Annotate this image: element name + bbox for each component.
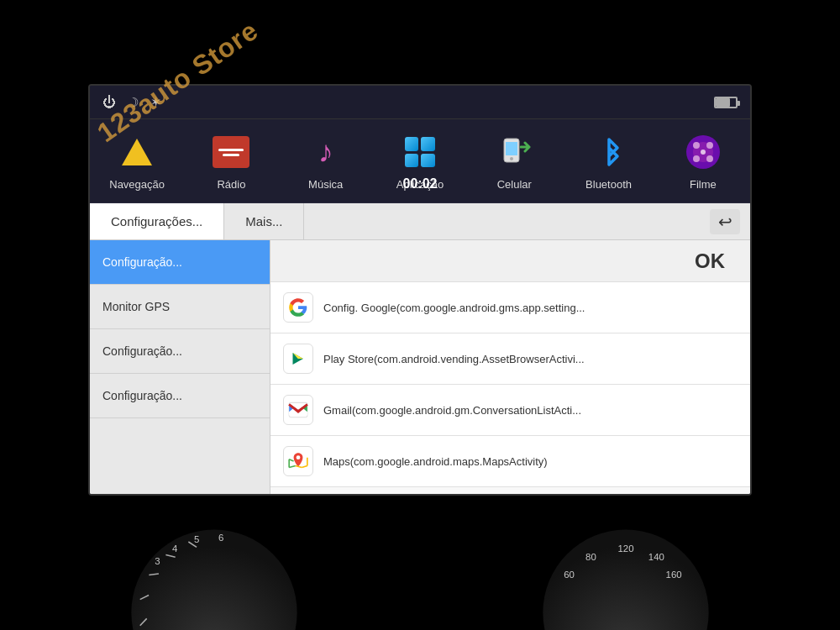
- top-bar: ⏻ ☽ ✶ 00:02: [90, 86, 750, 119]
- maps-icon: [283, 446, 313, 476]
- app-list: Config. Google(com.google.android.gms.ap…: [270, 282, 750, 494]
- app-name-play-store: Play Store(com.android.vending.AssetBrow…: [323, 353, 585, 365]
- nav-label-celular: Celular: [497, 178, 532, 191]
- nav-label-musica: Música: [308, 178, 343, 191]
- nav-item-radio[interactable]: Rádio: [184, 131, 278, 191]
- app-item-google-settings[interactable]: Config. Google(com.google.android.gms.ap…: [270, 282, 750, 333]
- sleep-icon[interactable]: ☽: [128, 95, 139, 110]
- svg-text:120: 120: [617, 543, 633, 554]
- navigation-icon: [122, 139, 152, 165]
- content-split: Configuração... Monitor GPS Configuração…: [90, 240, 750, 494]
- svg-text:140: 140: [648, 552, 664, 562]
- outer-frame: 123auto Store ⏻ ☽ ✶ 00:02 Navegação: [0, 0, 840, 630]
- svg-point-14: [297, 455, 301, 459]
- svg-text:160: 160: [666, 570, 682, 580]
- radio-icon: [213, 136, 249, 168]
- svg-point-21: [131, 530, 297, 630]
- nav-icon-bluetooth: [588, 131, 630, 173]
- right-gauge: 120 140 160 80 60: [420, 517, 832, 630]
- app-item-maps[interactable]: Maps(com.google.android.maps.MapsActivit…: [270, 436, 750, 487]
- svg-text:6: 6: [218, 533, 223, 543]
- power-icon[interactable]: ⏻: [102, 95, 116, 110]
- filme-icon: [685, 134, 722, 171]
- svg-point-2: [510, 157, 513, 160]
- ok-bar: OK: [270, 240, 750, 282]
- back-button[interactable]: ↩: [710, 209, 740, 234]
- app-name-maps: Maps(com.google.android.maps.MapsActivit…: [323, 455, 548, 468]
- app-item-play-store[interactable]: Play Store(com.android.vending.AssetBrow…: [270, 333, 750, 385]
- left-sidebar: Configuração... Monitor GPS Configuração…: [90, 240, 270, 494]
- bluetooth-icon: [592, 135, 626, 169]
- nav-label-radio: Rádio: [217, 178, 245, 191]
- nav-item-musica[interactable]: ♪ Música: [279, 131, 373, 191]
- left-gauge: 3 4 5 6: [8, 517, 420, 630]
- nav-label-filme: Filme: [690, 178, 717, 191]
- svg-point-8: [706, 155, 713, 162]
- right-panel: OK: [270, 240, 750, 494]
- svg-text:3: 3: [155, 556, 160, 566]
- svg-point-7: [693, 155, 700, 162]
- nav-icon-radio: [210, 131, 252, 173]
- nav-icon-navegacao: [116, 131, 158, 173]
- tab-bar: Configurações... Mais... ↩: [90, 203, 750, 240]
- tab-configuracoes[interactable]: Configurações...: [90, 203, 224, 239]
- sidebar-item-configuracao-active[interactable]: Configuração...: [90, 240, 270, 285]
- svg-point-6: [706, 142, 713, 149]
- sidebar-item-configuracao-3[interactable]: Configuração...: [90, 374, 270, 418]
- nav-item-bluetooth[interactable]: Bluetooth: [561, 131, 655, 191]
- ok-button[interactable]: OK: [686, 246, 733, 276]
- svg-rect-1: [506, 142, 517, 155]
- sidebar-item-monitor-gps[interactable]: Monitor GPS: [90, 285, 270, 329]
- clock-display: 00:02: [403, 176, 438, 192]
- app-name-gmail: Gmail(com.google.android.gm.Conversation…: [323, 404, 581, 417]
- svg-text:4: 4: [172, 543, 178, 554]
- top-bar-left: ⏻ ☽ ✶: [102, 94, 161, 110]
- nav-label-bluetooth: Bluetooth: [585, 178, 632, 191]
- app-item-gmail[interactable]: Gmail(com.google.android.gm.Conversation…: [270, 385, 750, 436]
- nav-icon-filme: [682, 131, 724, 173]
- battery-fill: [716, 98, 730, 107]
- content-area: Configurações... Mais... ↩ Configuração.…: [90, 203, 750, 494]
- gauges-area: 3 4 5 6 120 140 160 80 60: [0, 517, 840, 630]
- tab-mais[interactable]: Mais...: [224, 203, 304, 239]
- nav-icon-aplicacao: [399, 131, 441, 173]
- nav-item-celular[interactable]: Celular: [467, 131, 561, 191]
- gmail-icon: [283, 395, 313, 425]
- nav-icon-celular: [493, 131, 535, 173]
- nav-label-navegacao: Navegação: [109, 178, 165, 191]
- apps-icon: [405, 137, 435, 167]
- nav-item-navegacao[interactable]: Navegação: [90, 131, 184, 191]
- celular-icon: [497, 135, 531, 169]
- battery-icon: [714, 97, 738, 108]
- svg-text:60: 60: [564, 570, 575, 580]
- nav-icon-musica: ♪: [305, 131, 347, 173]
- app-name-google-settings: Config. Google(com.google.android.gms.ap…: [323, 302, 585, 314]
- svg-point-9: [701, 150, 706, 155]
- main-screen: ⏻ ☽ ✶ 00:02 Navegação Rádio: [88, 84, 752, 496]
- google-settings-icon: [283, 292, 313, 323]
- svg-text:5: 5: [194, 534, 199, 544]
- play-store-icon: [283, 344, 313, 374]
- nav-item-filme[interactable]: Filme: [656, 131, 750, 191]
- svg-point-5: [693, 142, 700, 149]
- music-icon: ♪: [318, 134, 333, 170]
- svg-text:80: 80: [585, 552, 596, 562]
- brightness-icon[interactable]: ✶: [150, 94, 161, 110]
- sidebar-item-configuracao-2[interactable]: Configuração...: [90, 329, 270, 374]
